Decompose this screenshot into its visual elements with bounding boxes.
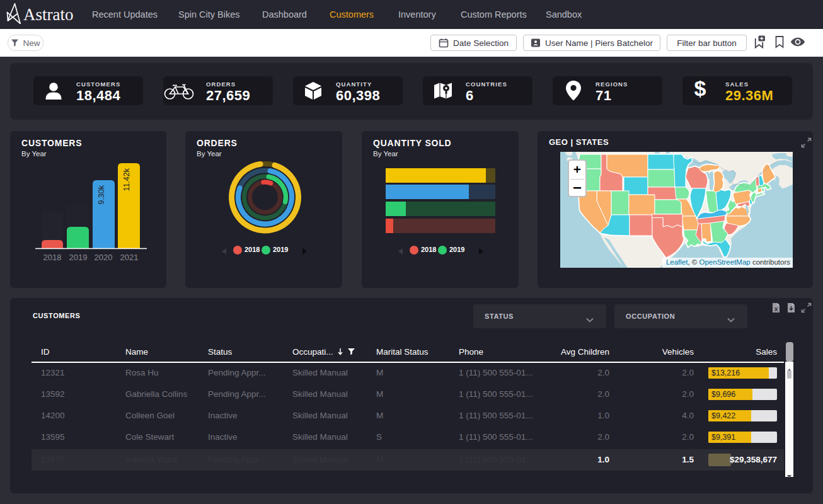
svg-text:X: X (774, 306, 778, 312)
svg-text:9.30k: 9.30k (97, 185, 106, 204)
svg-text:11.42k: 11.42k (122, 168, 131, 191)
svg-text:2021: 2021 (120, 253, 139, 262)
svg-text:2018: 2018 (43, 253, 62, 262)
svg-text:2019: 2019 (69, 253, 88, 262)
svg-text:2020: 2020 (95, 253, 113, 262)
